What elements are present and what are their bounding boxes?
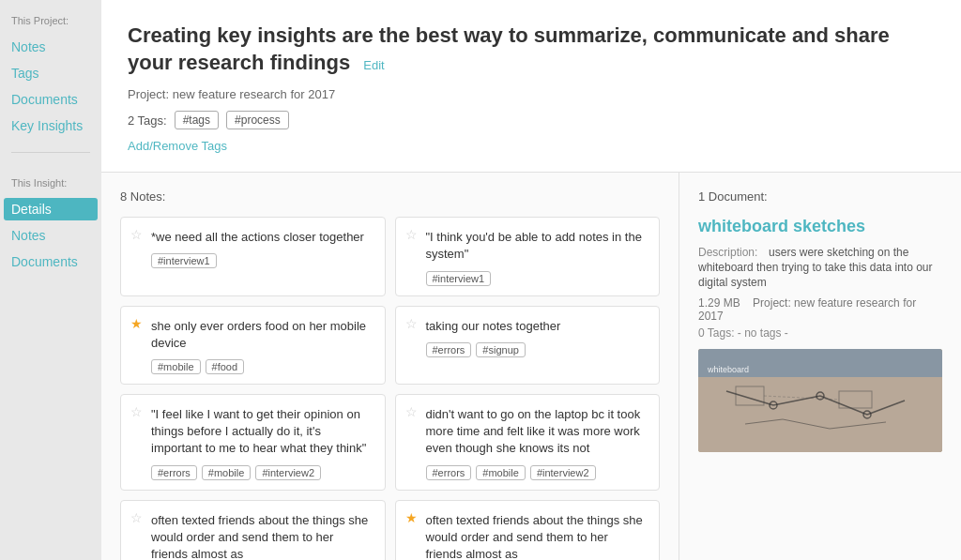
note-text: "I feel like I want to get their opinion… <box>151 406 374 458</box>
main-content: Creating key insights are the best way t… <box>101 0 961 560</box>
documents-section: 1 Document: whiteboard sketches Descript… <box>679 173 961 560</box>
note-text: taking our notes together <box>426 318 648 335</box>
this-project-label: This Project: <box>11 15 90 26</box>
description-label: Description: <box>698 246 757 259</box>
sidebar-divider <box>11 152 90 153</box>
note-card: ☆ "I feel like I want to get their opini… <box>120 394 386 491</box>
note-text: often texted friends about the things sh… <box>426 512 648 561</box>
sidebar-item-tags[interactable]: Tags <box>11 62 90 84</box>
add-remove-tags-link[interactable]: Add/Remove Tags <box>128 139 935 153</box>
star-icon[interactable]: ☆ <box>130 510 143 525</box>
document-tags: 0 Tags: - no tags - <box>698 326 942 340</box>
bottom-area: 8 Notes: ☆ *we need all the actions clos… <box>101 173 961 560</box>
star-icon[interactable]: ★ <box>130 316 143 331</box>
note-tags: #mobile #food <box>151 359 374 374</box>
sidebar-item-details[interactable]: Details <box>4 198 98 220</box>
whiteboard-sketch-svg: whiteboard <box>698 349 942 452</box>
note-tag[interactable]: #food <box>206 359 245 374</box>
tag-badge-process[interactable]: #process <box>226 111 289 129</box>
document-size: 1.29 MB <box>698 296 740 310</box>
note-card: ☆ "I think you'd be able to add notes in… <box>395 217 661 295</box>
note-card: ☆ often texted friends about the things … <box>120 500 386 561</box>
notes-grid: ☆ *we need all the actions closer togeth… <box>120 217 660 560</box>
note-tag[interactable]: #errors <box>151 465 197 480</box>
sidebar-item-key-insights[interactable]: Key Insights <box>11 114 90 137</box>
notes-count: 8 Notes: <box>120 189 660 204</box>
documents-count: 1 Document: <box>698 189 942 204</box>
star-icon[interactable]: ☆ <box>130 404 143 419</box>
note-tag[interactable]: #interview2 <box>255 465 321 480</box>
note-card: ☆ didn't want to go on the laptop bc it … <box>395 394 661 491</box>
note-tags: #errors #mobile #interview2 <box>426 465 648 480</box>
page-title: Creating key insights are the best way t… <box>128 23 935 76</box>
note-tag[interactable]: #interview1 <box>426 271 492 286</box>
note-tag[interactable]: #errors <box>426 465 472 480</box>
note-text: didn't want to go on the laptop bc it to… <box>426 406 648 458</box>
note-tags: #interview1 <box>151 253 374 268</box>
note-tag[interactable]: #mobile <box>151 359 201 374</box>
note-text: "I think you'd be able to add notes in t… <box>426 229 648 263</box>
note-tags: #interview1 <box>426 271 648 286</box>
edit-link[interactable]: Edit <box>363 58 384 72</box>
note-tag[interactable]: #mobile <box>202 465 252 480</box>
note-card: ☆ taking our notes together #errors #sig… <box>395 306 661 385</box>
note-text: *we need all the actions closer together <box>151 229 374 246</box>
document-title[interactable]: whiteboard sketches <box>698 217 942 236</box>
sidebar-item-notes[interactable]: Notes <box>11 36 90 58</box>
note-tag[interactable]: #interview2 <box>530 465 596 480</box>
sidebar-item-insight-notes[interactable]: Notes <box>11 224 90 247</box>
project-label: Project: new feature research for 2017 <box>128 87 935 101</box>
tags-row: 2 Tags: #tags #process <box>128 111 935 129</box>
note-tag[interactable]: #interview1 <box>151 253 217 268</box>
note-card: ☆ *we need all the actions closer togeth… <box>120 217 386 295</box>
this-insight-label: This Insight: <box>11 177 90 189</box>
document-meta: 1.29 MB Project: new feature research fo… <box>698 296 942 323</box>
sidebar-item-documents[interactable]: Documents <box>11 88 90 111</box>
document-image: whiteboard <box>698 349 942 452</box>
star-icon[interactable]: ☆ <box>405 227 418 242</box>
note-text: she only ever orders food on her mobile … <box>151 318 374 352</box>
sidebar: This Project: Notes Tags Documents Key I… <box>0 0 101 560</box>
note-tag[interactable]: #errors <box>426 342 472 357</box>
star-icon[interactable]: ☆ <box>405 316 418 331</box>
svg-text:whiteboard: whiteboard <box>707 365 749 374</box>
sidebar-item-insight-documents[interactable]: Documents <box>11 250 90 273</box>
star-icon[interactable]: ☆ <box>130 227 143 242</box>
note-tags: #errors #signup <box>426 342 648 357</box>
note-tags: #errors #mobile #interview2 <box>151 465 374 480</box>
tags-count-label: 0 Tags: <box>698 326 734 340</box>
tags-count: 2 Tags: <box>128 114 167 128</box>
top-section: Creating key insights are the best way t… <box>101 0 961 173</box>
notes-section: 8 Notes: ☆ *we need all the actions clos… <box>101 173 679 560</box>
star-icon[interactable]: ☆ <box>405 404 418 419</box>
note-card: ★ she only ever orders food on her mobil… <box>120 306 386 385</box>
tags-value: - no tags - <box>738 326 788 340</box>
note-text: often texted friends about the things sh… <box>151 512 374 561</box>
note-tag[interactable]: #mobile <box>476 465 526 480</box>
note-card: ★ often texted friends about the things … <box>395 500 661 561</box>
star-icon[interactable]: ★ <box>405 510 418 525</box>
note-tag[interactable]: #signup <box>476 342 526 357</box>
tag-badge-tags[interactable]: #tags <box>175 111 219 129</box>
document-description: Description: users were sketching on the… <box>698 244 942 289</box>
